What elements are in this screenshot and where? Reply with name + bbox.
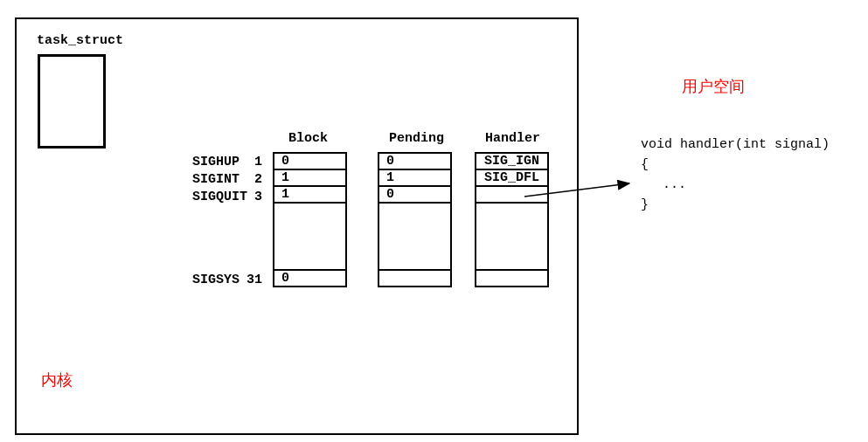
pending-cell-31 <box>379 269 450 286</box>
block-cell-31: 0 <box>274 269 345 286</box>
signal-name-2: SIGINT <box>192 172 240 187</box>
handler-cell-1: SIG_IGN <box>476 154 547 170</box>
task-struct-label: task_struct <box>37 33 123 48</box>
signal-name-3: SIGQUIT <box>192 190 247 204</box>
block-cell-2: 1 <box>274 170 345 187</box>
header-handler: Handler <box>485 131 540 146</box>
code-line-4: } <box>641 197 649 212</box>
task-struct-box <box>38 54 106 148</box>
handler-cell-3 <box>476 187 547 204</box>
signal-name-31: SIGSYS <box>192 273 240 287</box>
signal-num-1: 1 <box>254 155 262 169</box>
pending-column: 0 1 0 <box>378 152 452 287</box>
block-cell-1: 0 <box>274 154 345 170</box>
code-line-1: void handler(int signal) <box>641 137 830 152</box>
handler-column: SIG_IGN SIG_DFL <box>475 152 549 287</box>
signal-num-31: 31 <box>247 273 262 287</box>
signal-num-3: 3 <box>254 190 262 204</box>
code-line-3: ... <box>663 177 686 192</box>
handler-cell-2: SIG_DFL <box>476 170 547 187</box>
code-line-2: { <box>641 157 649 172</box>
pending-cell-3: 0 <box>379 187 450 204</box>
block-column: 0 1 1 0 <box>273 152 347 287</box>
kernel-label: 内核 <box>41 369 73 390</box>
userspace-label: 用户空间 <box>682 76 745 97</box>
handler-cell-31 <box>476 269 547 286</box>
pending-cell-1: 0 <box>379 154 450 170</box>
block-cell-3: 1 <box>274 187 345 204</box>
header-block: Block <box>288 131 328 146</box>
signal-num-2: 2 <box>254 172 262 187</box>
signal-name-1: SIGHUP <box>192 155 240 169</box>
pending-cell-2: 1 <box>379 170 450 187</box>
header-pending: Pending <box>389 131 444 146</box>
